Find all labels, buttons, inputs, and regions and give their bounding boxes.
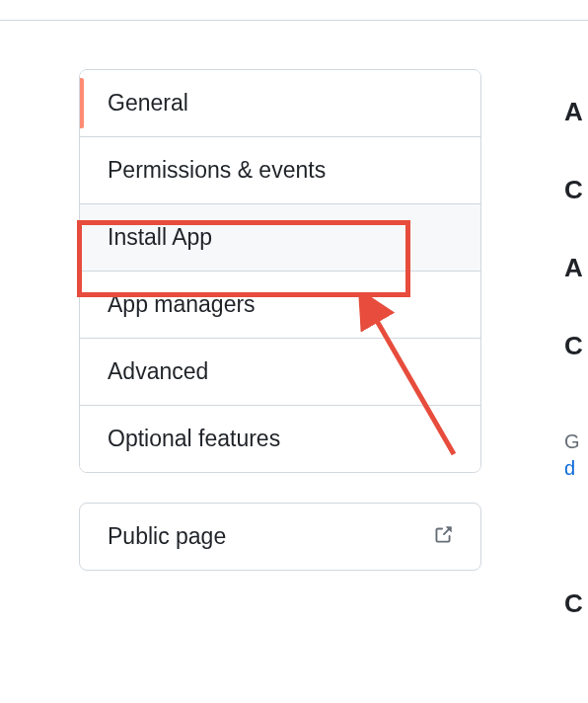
public-page-link[interactable]: Public page [79,503,481,571]
cropped-right-content: A C A C G d C [564,69,588,666]
settings-sidebar: General Permissions & events Install App… [79,69,481,571]
sidebar-item-label: Permissions & events [108,157,326,184]
sidebar-item-label: General [108,90,188,117]
cropped-char: G [564,430,588,453]
sidebar-item-label: Advanced [108,358,208,385]
sidebar-item-install-app[interactable]: Install App [80,204,480,272]
external-link-icon [433,525,453,549]
cropped-char: d [564,457,588,480]
sidebar-item-label: Install App [108,224,212,251]
settings-nav-list: General Permissions & events Install App… [79,69,481,473]
sidebar-item-label: App managers [108,291,256,318]
cropped-char: C [564,588,588,619]
sidebar-item-label: Optional features [108,426,280,452]
cropped-char: A [564,253,588,283]
public-page-label: Public page [108,523,226,550]
top-divider [0,20,588,21]
sidebar-item-optional-features[interactable]: Optional features [80,406,480,472]
cropped-char: A [564,97,588,127]
sidebar-item-app-managers[interactable]: App managers [80,272,480,339]
cropped-char: C [564,175,588,205]
sidebar-item-permissions-events[interactable]: Permissions & events [80,137,480,204]
sidebar-item-advanced[interactable]: Advanced [80,339,480,406]
cropped-char: C [564,331,588,361]
sidebar-item-general[interactable]: General [80,70,480,137]
